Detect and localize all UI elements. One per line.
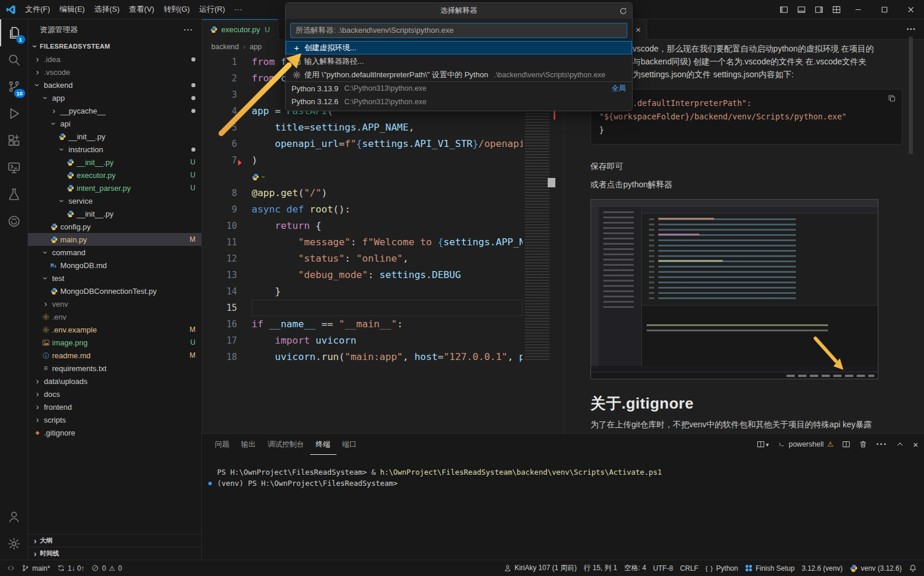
kill-terminal-icon[interactable]: [859, 440, 867, 448]
tree-item-.env.example[interactable]: .env.exampleM: [28, 323, 201, 336]
code-line[interactable]: "debug_mode": settings.DEBUG: [252, 267, 523, 283]
quick-pick-item[interactable]: 使用 \"python.defaultInterpreterPath\" 设置中…: [286, 68, 632, 81]
close-button[interactable]: [898, 0, 924, 19]
menu-item[interactable]: ···: [229, 2, 246, 16]
explorer-section-header[interactable]: › FILESREADSYSTEAM: [28, 40, 201, 53]
activity-extensions[interactable]: [0, 127, 28, 154]
status-blame[interactable]: KiriAky 107 (1 周前): [500, 560, 580, 576]
tree-item-config.py[interactable]: config.py: [28, 220, 201, 233]
code-line[interactable]: }: [252, 283, 523, 300]
tree-item-.idea[interactable]: ›.idea: [28, 53, 201, 66]
timeline-section[interactable]: › 时间线: [28, 547, 201, 560]
code-line[interactable]: "message": f"Welcome to {settings.APP_NA…: [252, 234, 523, 251]
tree-item-MongoDB.md[interactable]: M↓MongoDB.md: [28, 259, 201, 272]
status-finish-setup[interactable]: Finish Setup: [741, 560, 798, 576]
code-line[interactable]: [252, 300, 523, 316]
tree-item-executor.py[interactable]: executor.pyU: [28, 169, 201, 181]
status-cursor-position[interactable]: 行 15, 列 1: [580, 560, 620, 576]
code-line[interactable]: "status": "online",: [252, 251, 523, 267]
quick-pick-item[interactable]: 输入解释器路径...: [286, 54, 632, 68]
editor-more-actions-icon[interactable]: ···: [906, 24, 924, 35]
explorer-more-actions-icon[interactable]: ···: [184, 25, 193, 34]
status-encoding[interactable]: UTF-8: [650, 560, 676, 576]
tree-item-readme.md[interactable]: readme.mdM: [28, 349, 201, 362]
menu-item[interactable]: 文件(F): [20, 2, 55, 16]
activity-extra-view[interactable]: [0, 208, 28, 235]
python-env-widget[interactable]: ›: [252, 169, 523, 185]
status-indentation[interactable]: 空格: 4: [621, 560, 650, 576]
code-line[interactable]: openapi_url=f"{settings.API_V1_STR}/open…: [252, 136, 523, 152]
status-git-branch[interactable]: main*: [18, 560, 54, 576]
tree-item-.vscode[interactable]: ›.vscode: [28, 66, 201, 78]
code-line[interactable]: return {: [252, 218, 523, 234]
panel-tab-端口[interactable]: 端口: [336, 434, 363, 455]
breadcrumb-item[interactable]: app: [249, 43, 262, 51]
code-line[interactable]: import uvicorn: [252, 332, 523, 349]
tree-item-__init__.py[interactable]: __init__.pyU: [28, 156, 201, 169]
maximize-button[interactable]: [871, 0, 898, 19]
tree-item-.env[interactable]: .env: [28, 310, 201, 323]
split-pane-icon[interactable]: [842, 440, 850, 448]
status-git-sync[interactable]: 1↓ 0↑: [54, 560, 88, 576]
tree-item-test[interactable]: ›test: [28, 272, 201, 284]
copy-icon[interactable]: [888, 94, 896, 102]
outline-section[interactable]: › 大纲: [28, 534, 201, 547]
minimap-handle[interactable]: [548, 178, 555, 187]
activity-testing[interactable]: [0, 181, 28, 208]
activity-run-debug[interactable]: [0, 100, 28, 127]
command-decoration[interactable]: [208, 482, 212, 485]
terminal[interactable]: PS H:\OwnProject\FilesReadSysteam> & h:\…: [202, 455, 924, 489]
tree-item-__init__.py[interactable]: __init__.py: [28, 130, 201, 143]
tree-item-service[interactable]: ›service: [28, 194, 201, 207]
panel-tab-调试控制台[interactable]: 调试控制台: [262, 434, 310, 455]
quick-pick-item[interactable]: Python 3.12.6C:\Python312\python.exe: [286, 95, 632, 108]
quick-pick-item[interactable]: +创建虚拟环境...: [286, 41, 632, 54]
activity-search[interactable]: [0, 46, 28, 73]
interpreter-input[interactable]: 所选解释器: .\backend\venv\Scripts\python.exe: [290, 23, 627, 38]
preview-scrollbar[interactable]: [909, 37, 913, 154]
panel-tab-输出[interactable]: 输出: [235, 434, 262, 455]
tree-item-main.py[interactable]: main.pyM: [28, 233, 201, 246]
tree-item-__pycache__[interactable]: ›__pycache__: [28, 104, 201, 117]
status-remote[interactable]: [4, 560, 18, 576]
toggle-primary-sidebar-icon[interactable]: [775, 0, 792, 19]
tree-item-requirements.txt[interactable]: ≡requirements.txt: [28, 362, 201, 375]
refresh-icon[interactable]: [619, 3, 627, 19]
activity-explorer[interactable]: 1: [0, 19, 28, 46]
status-eol[interactable]: CRLF: [676, 560, 702, 576]
activity-source-control[interactable]: 10: [0, 73, 28, 100]
tree-item-data\uploads[interactable]: ›data\uploads: [28, 375, 201, 388]
tree-item-__init__.py[interactable]: __init__.py: [28, 207, 201, 220]
code-line[interactable]: @app.get("/"): [252, 185, 523, 201]
code-line[interactable]: async def root():: [252, 201, 523, 218]
breadcrumb-item[interactable]: backend: [211, 43, 239, 51]
menu-item[interactable]: 选择(S): [90, 2, 124, 16]
tree-item-app[interactable]: ›app: [28, 91, 201, 104]
code-line[interactable]: uvicorn.run("main:app", host="127.0.0.1"…: [252, 349, 523, 365]
tree-item-venv[interactable]: ›venv: [28, 297, 201, 310]
new-terminal-button[interactable]: ▾: [757, 440, 769, 448]
code-line[interactable]: ): [252, 152, 523, 169]
tree-item-MongoDBConnectionTest.py[interactable]: MongoDBConnectionTest.py: [28, 284, 201, 297]
tree-item-intent_parser.py[interactable]: intent_parser.pyU: [28, 181, 201, 194]
menu-item[interactable]: 查看(V): [124, 2, 159, 16]
customize-layout-icon[interactable]: [827, 0, 845, 19]
status-python-env[interactable]: venv (3.12.6): [846, 560, 905, 576]
close-panel-icon[interactable]: ×: [913, 440, 918, 450]
toggle-panel-icon[interactable]: [792, 0, 810, 19]
tree-item-scripts[interactable]: ›scripts: [28, 413, 201, 426]
panel-more-actions-icon[interactable]: ···: [876, 439, 887, 450]
menu-item[interactable]: 运行(R): [194, 2, 229, 16]
code-line[interactable]: title=settings.APP_NAME,: [252, 119, 523, 136]
tree-item-docs[interactable]: ›docs: [28, 388, 201, 400]
tree-item-api[interactable]: ›api: [28, 117, 201, 130]
minimize-button[interactable]: [845, 0, 871, 19]
tree-item-command[interactable]: ›command: [28, 246, 201, 259]
activity-settings[interactable]: [0, 530, 28, 557]
quick-pick-item[interactable]: Python 3.13.9C:\Python313\python.exe全局: [286, 81, 632, 95]
menu-item[interactable]: 编辑(E): [55, 2, 90, 16]
tree-item-.gitignore[interactable]: ◆.gitignore: [28, 426, 201, 439]
status-problems[interactable]: 0⚠0: [88, 560, 125, 576]
maximize-panel-icon[interactable]: [896, 440, 904, 448]
tree-item-frontend[interactable]: ›frontend: [28, 400, 201, 413]
